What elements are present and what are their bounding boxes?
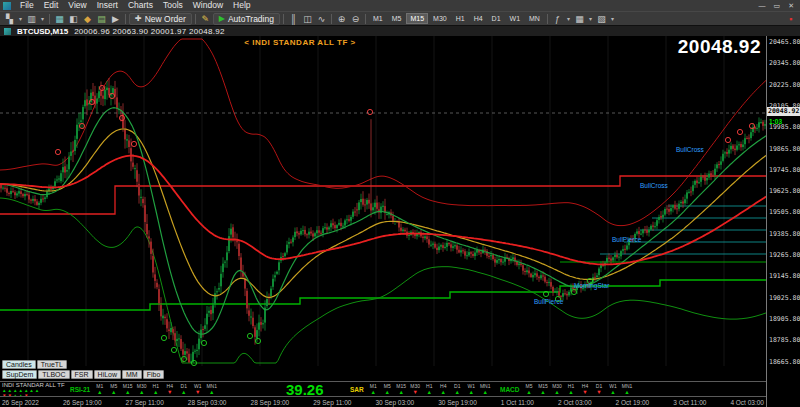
price-scale-label: 19865.80 <box>769 146 800 153</box>
mt4-window: FileEditViewInsertChartsToolsWindowHelp … <box>0 0 800 407</box>
profiles-icon[interactable]: ▥ <box>25 13 38 25</box>
new-order-icon: ✚ <box>135 14 142 23</box>
symbol-icon <box>4 28 11 35</box>
time-axis-label: 28 Sep 03:00 <box>188 399 227 406</box>
up-arrow-icon: ▲ <box>209 389 214 395</box>
candle-chart-icon[interactable]: ◫ <box>301 13 314 25</box>
menu-insert[interactable]: Insert <box>92 0 123 11</box>
price-scale-label: 20225.80 <box>769 82 800 89</box>
new-chart-caret[interactable]: ▾ <box>17 15 24 22</box>
menu-window[interactable]: Window <box>188 0 228 11</box>
menu-file[interactable]: File <box>15 0 39 11</box>
menu-edit[interactable]: Edit <box>39 0 64 11</box>
current-price-box: 20048.92 <box>767 107 800 116</box>
period-h4-button[interactable]: H4 <box>470 13 487 24</box>
down-arrow-icon: ▼ <box>167 389 172 395</box>
templates-icon[interactable]: ▧ <box>595 13 608 25</box>
line-chart-icon[interactable]: ∿ <box>315 13 328 25</box>
new-order-button[interactable]: ✚New Order <box>129 13 192 25</box>
price-chart[interactable]: BullCrossBullCrossBullPierceMorningStarB… <box>0 36 766 366</box>
toolbar-group: ▚▾▥▾ <box>3 13 46 25</box>
autotrading-button[interactable]: ▶AutoTrading <box>213 13 280 25</box>
profiles-caret[interactable]: ▾ <box>39 15 46 22</box>
period-m30-button[interactable]: M30 <box>429 13 451 24</box>
tf-cell-m30: M30▲ <box>135 383 148 395</box>
timeframes-menu-icon[interactable]: ▦ <box>573 13 586 25</box>
metaeditor-icon[interactable]: ✎ <box>199 13 212 25</box>
templates-caret[interactable]: ▾ <box>609 15 616 22</box>
menu-charts[interactable]: Charts <box>123 0 158 11</box>
menu-help[interactable]: Help <box>228 0 255 11</box>
indicator-name: SAR <box>350 383 364 396</box>
tab-truetl[interactable]: TrueTL <box>37 360 67 369</box>
zoom-in-icon[interactable]: ⊕ <box>335 13 348 25</box>
period-m1-button[interactable]: M1 <box>369 13 387 24</box>
chart-window-icon <box>3 2 11 10</box>
time-axis-label: 2 Oct 03:00 <box>558 399 592 406</box>
alert-icon[interactable]: ▪ <box>784 13 797 25</box>
market-watch-icon[interactable]: ▦ <box>53 13 66 25</box>
signal-label: BullCross <box>640 182 669 189</box>
tab-fibo[interactable]: Fibo <box>143 370 165 379</box>
period-m5-button[interactable]: M5 <box>388 13 406 24</box>
period-w1-button[interactable]: W1 <box>506 13 525 24</box>
bar-chart-icon[interactable]: ║ <box>287 13 300 25</box>
price-scale-label: 18665.80 <box>769 359 800 366</box>
timeframes-caret[interactable]: ▾ <box>587 15 594 22</box>
zoom-out-icon[interactable]: ⊖ <box>349 13 362 25</box>
up-arrow-icon: ▲ <box>624 389 629 395</box>
up-arrow-icon: ▲ <box>399 389 404 395</box>
indicator-group-rsi-21: RSI-21M1▲M5▲M15▲M30▲H1▲H4▼D1▲W1▼MN1▲ <box>70 383 218 396</box>
price-scale-label: 19145.80 <box>769 273 800 280</box>
up-arrow-icon: ▲ <box>35 389 39 393</box>
indicator-tab-panel: CandlesTrueTL SupDemTLBOCFSRHiLowMMFibo <box>2 359 164 379</box>
tf-cell-m1: M1▲ <box>93 383 106 395</box>
menu-view[interactable]: View <box>63 0 91 11</box>
close-icon[interactable]: ✕ <box>785 0 797 11</box>
restore-icon[interactable]: ▭ <box>771 0 784 11</box>
tab-hilow[interactable]: HiLow <box>94 370 121 379</box>
time-axis-label: 28 Sep 19:00 <box>251 399 290 406</box>
tab-tlboc[interactable]: TLBOC <box>38 370 69 379</box>
period-h1-button[interactable]: H1 <box>452 13 469 24</box>
minimize-icon[interactable]: — <box>756 0 769 11</box>
indicator-value: 39.26 <box>286 381 324 398</box>
toolbar-group: ✚New Order <box>129 13 192 25</box>
period-d1-button[interactable]: D1 <box>488 13 505 24</box>
time-axis-label: 27 Sep 11:00 <box>126 399 164 406</box>
price-scale-axis[interactable]: 20465.8020345.8020225.8020105.8019985.80… <box>766 36 800 407</box>
indicators-icon[interactable]: ƒ <box>551 13 564 25</box>
menu-bar: FileEditViewInsertChartsToolsWindowHelp … <box>0 0 800 11</box>
down-arrow-icon: ▼ <box>195 389 200 395</box>
price-scale-label: 19745.80 <box>769 167 800 174</box>
price-scale-label: 19985.80 <box>769 124 800 131</box>
toolbar-separator <box>49 14 50 24</box>
time-axis[interactable]: 26 Sep 202226 Sep 19:0027 Sep 11:0028 Se… <box>0 396 766 407</box>
terminal-icon[interactable]: ▤ <box>95 13 108 25</box>
down-arrow-icon: ▼ <box>582 389 587 395</box>
toolbar-separator <box>547 14 548 24</box>
indicator-group-macd: MACDM5▲M15▲M30▲H1▲H4▼D1▼W1▲MN1▲ <box>500 383 634 396</box>
strategy-tester-icon[interactable]: ▶ <box>109 13 122 25</box>
time-axis-label: 4 Oct 03:00 <box>730 399 764 406</box>
autotrading-label: AutoTrading <box>228 14 274 24</box>
toolbar-group: ▦◧◆▤▶ <box>53 13 122 25</box>
period-m15-button[interactable]: M15 <box>406 13 428 24</box>
tf-cell-h1: H1▲ <box>149 383 162 395</box>
navigator-icon[interactable]: ◆ <box>81 13 94 25</box>
price-scale-label: 20465.80 <box>769 39 800 46</box>
tab-supdem[interactable]: SupDem <box>2 370 37 379</box>
indicators-caret[interactable]: ▾ <box>565 15 572 22</box>
up-arrow-icon: ▲ <box>483 389 488 395</box>
period-mn-button[interactable]: MN <box>525 13 544 24</box>
data-window-icon[interactable]: ◧ <box>67 13 80 25</box>
chart-area[interactable]: BullCrossBullCrossBullPierceMorningStarB… <box>0 36 766 381</box>
new-order-label: New Order <box>145 14 186 24</box>
signal-label: BullCross <box>676 146 705 153</box>
time-axis-label: 1 Oct 11:00 <box>501 399 534 406</box>
new-chart-icon[interactable]: ▚ <box>3 13 16 25</box>
tab-fsr[interactable]: FSR <box>71 370 93 379</box>
menu-tools[interactable]: Tools <box>158 0 188 11</box>
tab-candles[interactable]: Candles <box>2 360 36 369</box>
tab-mm[interactable]: MM <box>122 370 142 379</box>
